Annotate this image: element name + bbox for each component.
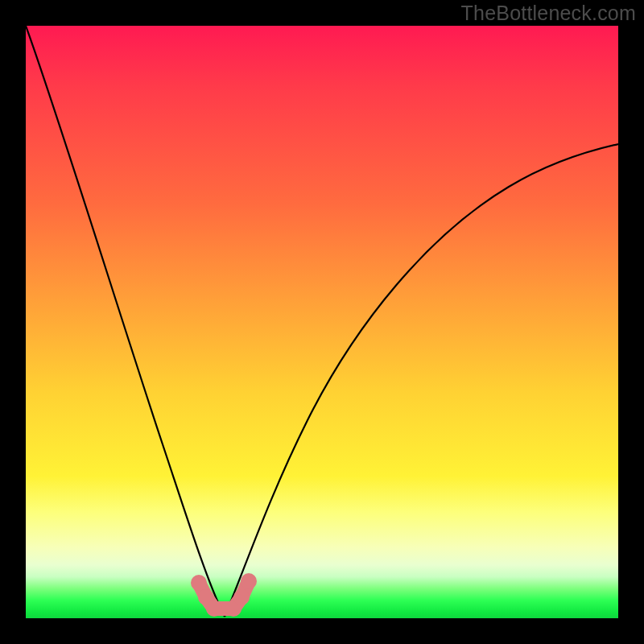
curve-right-branch xyxy=(225,144,618,617)
marker-dot xyxy=(241,573,257,589)
plot-area xyxy=(26,26,618,618)
marker-dot xyxy=(233,589,250,605)
watermark-text: TheBottleneck.com xyxy=(461,2,636,25)
curve-left-branch xyxy=(26,26,225,617)
chart-svg xyxy=(26,26,618,618)
outer-frame: TheBottleneck.com xyxy=(0,0,644,644)
marker-dot xyxy=(191,575,207,591)
marker-dot xyxy=(206,601,222,617)
